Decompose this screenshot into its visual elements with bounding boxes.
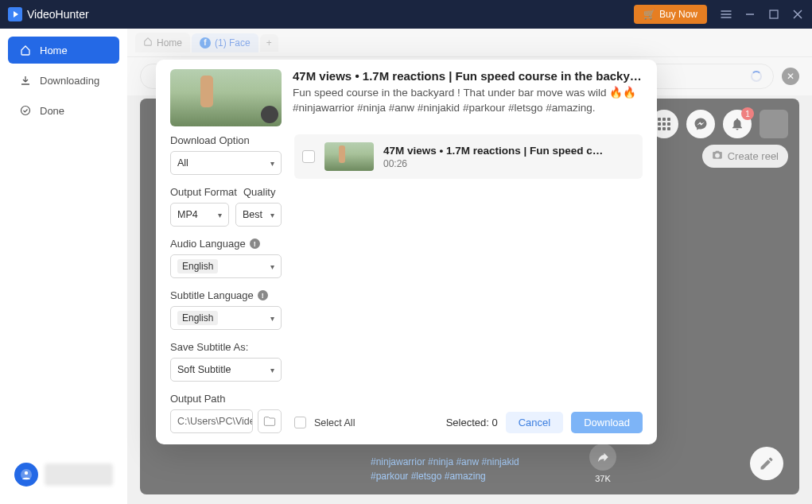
audio-language-select[interactable]: English ▾ (170, 254, 282, 278)
chevron-down-icon: ▾ (270, 159, 274, 168)
info-icon[interactable]: ! (250, 238, 260, 249)
videohunter-icon (8, 7, 22, 21)
info-icon[interactable]: ! (258, 290, 268, 300)
folder-icon (263, 415, 276, 428)
app-logo: VideoHunter (8, 7, 89, 21)
item-checkbox[interactable] (302, 150, 315, 163)
thumbnail-badge-icon (261, 106, 278, 123)
app-name: VideoHunter (27, 8, 89, 21)
download-option-label: Download Option (170, 134, 282, 146)
quality-label: Quality (243, 186, 282, 198)
audio-language-label: Audio Language (170, 238, 246, 250)
sidebar-item-downloading[interactable]: Downloading (8, 67, 119, 94)
chevron-down-icon: ▾ (270, 314, 274, 323)
sidebar-item-home[interactable]: Home (8, 37, 119, 64)
item-title: 47M views • 1.7M reactions | Fun speed c… (383, 145, 635, 157)
output-format-value: MP4 (177, 209, 198, 220)
chevron-down-icon: ▾ (270, 366, 274, 374)
subtitle-language-value: English (177, 311, 218, 325)
sidebar: Home Downloading Done (0, 29, 127, 504)
chevron-down-icon: ▾ (218, 211, 222, 219)
buy-now-button[interactable]: 🛒 Buy Now (634, 5, 707, 24)
output-path-label: Output Path (170, 393, 282, 405)
item-duration: 00:26 (383, 158, 635, 169)
minimize-button[interactable] (744, 8, 756, 21)
download-icon (19, 74, 32, 87)
home-icon (19, 44, 32, 56)
quality-value: Best (243, 209, 262, 220)
svg-point-1 (21, 107, 30, 115)
sidebar-item-label: Done (40, 105, 64, 117)
sidebar-item-label: Home (40, 45, 68, 56)
download-options-modal: 47M views • 1.7M reactions | Fun speed c… (156, 60, 657, 444)
buy-now-label: Buy Now (659, 9, 697, 20)
download-option-select[interactable]: All ▾ (170, 151, 282, 175)
svg-rect-0 (770, 10, 778, 18)
video-list-column: 47M views • 1.7M reactions | Fun speed c… (294, 134, 643, 433)
save-subtitle-label: Save Subtitle As: (170, 341, 282, 353)
svg-point-3 (25, 471, 28, 475)
select-all-checkbox[interactable] (294, 417, 306, 428)
video-thumbnail (170, 69, 282, 126)
chevron-down-icon: ▾ (270, 262, 274, 271)
save-subtitle-select[interactable]: Soft Subtitle ▾ (170, 358, 282, 382)
chevron-down-icon: ▾ (270, 211, 274, 219)
done-icon (19, 104, 32, 117)
item-thumbnail (324, 142, 374, 171)
avatar (14, 463, 38, 487)
profile-name-blurred (45, 463, 113, 486)
profile-section[interactable] (8, 453, 119, 496)
selected-count: Selected: 0 (446, 417, 498, 428)
options-column: Download Option All ▾ Output Format Qual… (170, 134, 282, 433)
close-button[interactable] (791, 8, 804, 21)
audio-language-value: English (177, 259, 218, 273)
subtitle-language-select[interactable]: English ▾ (170, 306, 282, 330)
modal-description: Fun speed course in the backyard ! That … (293, 86, 643, 116)
save-subtitle-value: Soft Subtitle (177, 364, 231, 375)
sidebar-item-done[interactable]: Done (8, 97, 119, 124)
cancel-button[interactable]: Cancel (506, 412, 563, 433)
download-option-value: All (177, 157, 188, 169)
sidebar-item-label: Downloading (40, 75, 99, 87)
output-path-value: C:\Users\PC\Vide (177, 416, 253, 427)
output-format-label: Output Format (170, 186, 237, 198)
titlebar: VideoHunter 🛒 Buy Now (0, 0, 812, 29)
subtitle-language-label: Subtitle Language (170, 289, 254, 301)
cart-icon: 🛒 (643, 9, 655, 20)
maximize-button[interactable] (767, 8, 780, 21)
menu-icon[interactable] (720, 8, 732, 21)
video-list-item[interactable]: 47M views • 1.7M reactions | Fun speed c… (294, 134, 643, 179)
browse-folder-button[interactable] (258, 409, 282, 433)
modal-title: 47M views • 1.7M reactions | Fun speed c… (293, 69, 643, 83)
quality-select[interactable]: Best ▾ (235, 203, 282, 227)
output-path-input[interactable]: C:\Users\PC\Vide (170, 409, 253, 433)
output-format-select[interactable]: MP4 ▾ (170, 203, 229, 227)
select-all-label: Select All (314, 417, 355, 428)
download-button[interactable]: Download (571, 412, 643, 433)
